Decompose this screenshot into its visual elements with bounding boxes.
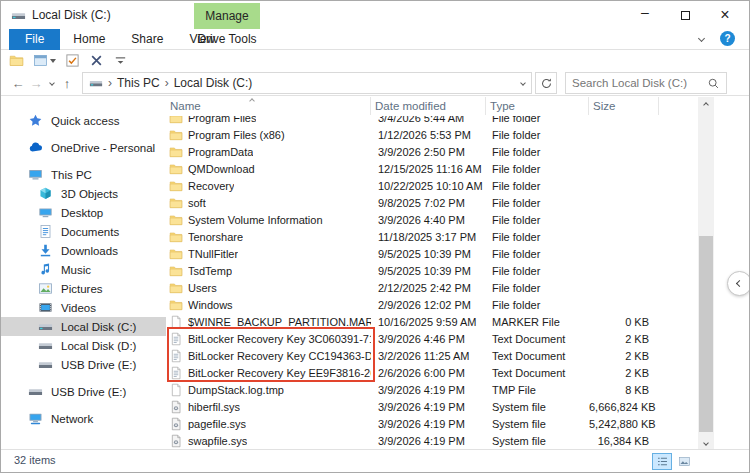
file-text-icon bbox=[169, 332, 183, 346]
sidebar-item-label: Music bbox=[61, 264, 91, 276]
file-row[interactable]: Tenorshare11/18/2025 3:17 PMFile folder bbox=[166, 228, 698, 245]
breadcrumb-item-local-disk-c[interactable]: Local Disk (C:) bbox=[174, 76, 253, 90]
file-row[interactable]: swapfile.sys3/9/2026 4:19 PMSystem file1… bbox=[166, 432, 698, 449]
refresh-button[interactable] bbox=[535, 72, 557, 94]
sidebar-item-documents[interactable]: Documents bbox=[1, 222, 166, 241]
file-date-modified: 10/16/2025 9:59 AM bbox=[371, 316, 486, 328]
file-type: File folder bbox=[486, 197, 589, 209]
file-name-cell: pagefile.sys bbox=[166, 417, 371, 431]
file-plain-icon bbox=[169, 383, 183, 397]
sidebar-item-usb-drive-e[interactable]: USB Drive (E:) bbox=[1, 355, 166, 374]
sidebar-item-downloads[interactable]: Downloads bbox=[1, 241, 166, 260]
qat-new-folder-button[interactable] bbox=[9, 53, 24, 68]
sidebar-item-label: Local Disk (D:) bbox=[61, 340, 136, 352]
scrollbar-thumb[interactable] bbox=[699, 236, 713, 432]
file-row[interactable]: Windows2/9/2026 12:02 PMFile folder bbox=[166, 296, 698, 313]
sidebar-item-local-disk-c[interactable]: Local Disk (C:) bbox=[1, 317, 166, 336]
help-button[interactable]: ? bbox=[720, 31, 735, 46]
folder-icon bbox=[169, 230, 183, 244]
drive-icon bbox=[38, 338, 53, 353]
file-row[interactable]: BitLocker Recovery Key CC194363-DC6A-...… bbox=[166, 347, 698, 364]
file-row[interactable]: System Volume Information3/9/2026 4:40 P… bbox=[166, 211, 698, 228]
collapse-ribbon-button[interactable] bbox=[694, 32, 708, 46]
large-icons-view-button[interactable] bbox=[674, 453, 694, 470]
file-name-cell: Program Files (x86) bbox=[166, 128, 371, 142]
details-view-button[interactable] bbox=[652, 453, 672, 470]
sidebar-item-this-pc[interactable]: This PC bbox=[1, 165, 166, 184]
file-name-cell: Recovery bbox=[166, 179, 371, 193]
qat-properties-button[interactable] bbox=[33, 53, 56, 68]
tab-home[interactable]: Home bbox=[60, 29, 118, 50]
minimize-button[interactable]: – bbox=[625, 1, 665, 29]
qat-customize-quick-access-button[interactable] bbox=[113, 53, 128, 68]
sidebar-item-label: Local Disk (C:) bbox=[61, 321, 136, 333]
column-header-type[interactable]: Type bbox=[486, 97, 589, 115]
file-name-cell: Windows bbox=[166, 298, 371, 312]
sidebar-item-desktop[interactable]: Desktop bbox=[1, 203, 166, 222]
file-row[interactable]: hiberfil.sys3/9/2026 4:19 PMSystem file6… bbox=[166, 398, 698, 415]
file-row[interactable]: TNullFitler9/5/2025 10:39 PMFile folder bbox=[166, 245, 698, 262]
file-row[interactable]: pagefile.sys3/9/2026 4:19 PMSystem file5… bbox=[166, 415, 698, 432]
folder-icon bbox=[169, 162, 183, 176]
ribbon-tab-row: FileHomeShareViewDrive Tools ? bbox=[1, 29, 749, 50]
sidebar-item-pictures[interactable]: Pictures bbox=[1, 279, 166, 298]
up-button[interactable]: ↑ bbox=[58, 73, 76, 93]
breadcrumb-item-this-pc[interactable]: This PC bbox=[117, 76, 160, 90]
sidebar-item-network[interactable]: Network bbox=[1, 409, 166, 428]
file-row[interactable]: soft9/8/2025 7:02 PMFile folder bbox=[166, 194, 698, 211]
qat-select-all-button[interactable] bbox=[65, 53, 80, 68]
back-button[interactable]: ← bbox=[9, 73, 27, 93]
sidebar-item-quick-access[interactable]: Quick access bbox=[1, 111, 166, 130]
desktop-icon bbox=[38, 205, 53, 220]
sidebar-item-videos[interactable]: Videos bbox=[1, 298, 166, 317]
breadcrumb[interactable]: ›This PC›Local Disk (C:) bbox=[82, 72, 532, 94]
sidebar-item-local-disk-d[interactable]: Local Disk (D:) bbox=[1, 336, 166, 355]
file-sys-icon bbox=[169, 434, 183, 448]
scroll-up-button[interactable] bbox=[698, 97, 714, 113]
vertical-scrollbar[interactable] bbox=[698, 97, 714, 451]
tab-share[interactable]: Share bbox=[118, 29, 176, 50]
file-name: BitLocker Recovery Key 3C060391-7130-4..… bbox=[188, 333, 371, 345]
items-count: 32 items bbox=[14, 454, 56, 466]
file-size: 2 KB bbox=[589, 333, 659, 345]
file-row[interactable]: Recovery10/22/2025 10:10 AMFile folder bbox=[166, 177, 698, 194]
file-date-modified: 2/9/2026 12:02 PM bbox=[371, 299, 486, 311]
chevron-down-icon[interactable] bbox=[520, 80, 526, 86]
file-row[interactable]: BitLocker Recovery Key EE9F3816-26A7-4..… bbox=[166, 364, 698, 381]
pane-collapse-button[interactable] bbox=[727, 271, 750, 296]
file-name: Users bbox=[188, 282, 217, 294]
file-row[interactable]: $WINRE_BACKUP_PARTITION.MARKER10/16/2025… bbox=[166, 313, 698, 330]
tab-file[interactable]: File bbox=[9, 29, 60, 50]
file-row[interactable]: DumpStack.log.tmp3/9/2026 4:19 PMTMP Fil… bbox=[166, 381, 698, 398]
sidebar-item-onedrive-personal[interactable]: OneDrive - Personal bbox=[1, 138, 166, 157]
music-icon bbox=[38, 262, 53, 277]
sidebar-item-3d-objects[interactable]: 3D Objects bbox=[1, 184, 166, 203]
file-date-modified: 3/2/2026 11:25 AM bbox=[371, 350, 486, 362]
close-button[interactable]: × bbox=[705, 1, 745, 29]
column-header-size[interactable]: Size bbox=[589, 97, 659, 115]
file-row[interactable]: Program Files (x86)1/12/2026 5:53 PMFile… bbox=[166, 126, 698, 143]
folder-icon bbox=[169, 196, 183, 210]
column-header-name[interactable]: Name bbox=[166, 97, 371, 115]
file-row[interactable]: Users2/12/2025 2:42 PMFile folder bbox=[166, 279, 698, 296]
sidebar-item-music[interactable]: Music bbox=[1, 260, 166, 279]
file-date-modified: 9/5/2025 10:39 PM bbox=[371, 248, 486, 260]
file-date-modified: 9/8/2025 7:02 PM bbox=[371, 197, 486, 209]
network-icon bbox=[28, 411, 43, 426]
recent-locations-button[interactable] bbox=[45, 73, 58, 93]
forward-button[interactable]: → bbox=[27, 73, 45, 93]
tab-drive-tools[interactable]: Drive Tools bbox=[194, 29, 260, 50]
maximize-button[interactable] bbox=[665, 1, 705, 29]
ribbon-right-controls: ? bbox=[694, 31, 735, 46]
file-row[interactable]: ProgramData3/9/2026 2:50 PMFile folder bbox=[166, 143, 698, 160]
qat-delete-button[interactable] bbox=[89, 53, 104, 68]
file-row[interactable]: BitLocker Recovery Key 3C060391-7130-4..… bbox=[166, 330, 698, 347]
drive-icon bbox=[38, 357, 53, 372]
search-input[interactable] bbox=[572, 77, 707, 89]
column-header-date-modified[interactable]: Date modified bbox=[371, 97, 486, 115]
file-type: File folder bbox=[486, 299, 589, 311]
file-row[interactable]: QMDownload12/15/2025 11:16 AMFile folder bbox=[166, 160, 698, 177]
folder-icon bbox=[169, 128, 183, 142]
sidebar-item-usb-drive-e[interactable]: USB Drive (E:) bbox=[1, 382, 166, 401]
file-row[interactable]: TsdTemp9/5/2025 10:39 PMFile folder bbox=[166, 262, 698, 279]
